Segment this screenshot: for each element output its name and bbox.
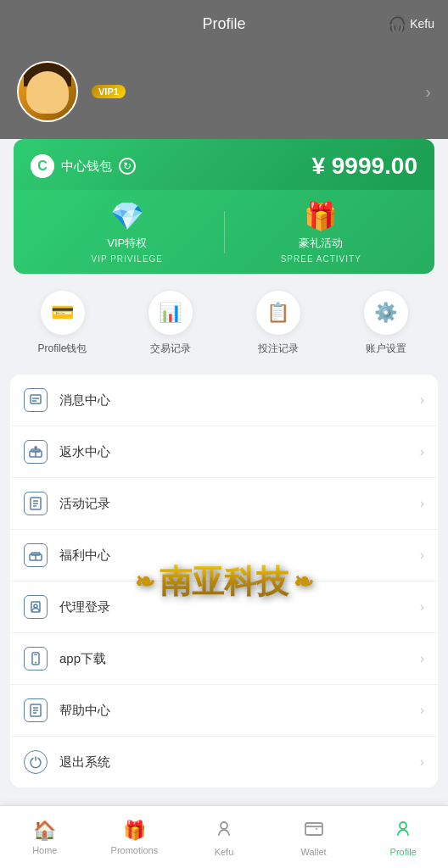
nav-promotions-label: Promotions bbox=[111, 845, 159, 855]
quick-nav-wallet-icon-wrap: 💳 bbox=[41, 291, 85, 335]
transactions-nav-icon: 📊 bbox=[159, 302, 182, 324]
quick-nav-transactions[interactable]: 📊 交易记录 bbox=[116, 291, 224, 356]
kefu-nav-icon bbox=[214, 818, 234, 843]
nav-profile-label: Profile bbox=[390, 847, 417, 857]
messages-arrow-icon: › bbox=[420, 392, 424, 408]
headphones-icon: 🎧 bbox=[388, 14, 406, 33]
menu-item-logout[interactable]: 退出系统 › bbox=[10, 737, 438, 787]
quick-nav-bets-label: 投注记录 bbox=[258, 342, 299, 356]
help-icon bbox=[24, 698, 48, 722]
gift-spree-icon: 🎁 bbox=[304, 200, 338, 232]
nav-profile[interactable]: Profile bbox=[358, 811, 448, 864]
bets-nav-icon: 📋 bbox=[266, 302, 289, 324]
menu-item-help[interactable]: 帮助中心 › bbox=[10, 685, 438, 737]
vip-spree-row: 💎 VIP特权 VIP PRIVILEGE 🎁 豪礼活动 SPREE ACTIV… bbox=[14, 190, 434, 274]
messages-icon bbox=[24, 388, 48, 412]
nav-promotions[interactable]: 🎁 Promotions bbox=[90, 813, 180, 862]
quick-nav-bets[interactable]: 📋 投注记录 bbox=[224, 291, 332, 356]
nav-home[interactable]: 🏠 Home bbox=[0, 813, 90, 862]
nav-wallet-label: Wallet bbox=[301, 847, 327, 857]
svg-point-24 bbox=[400, 822, 406, 829]
kefu-label: Kefu bbox=[410, 17, 434, 31]
wallet-refresh-button[interactable]: ↻ bbox=[119, 158, 136, 175]
quick-nav-bets-icon-wrap: 📋 bbox=[256, 291, 300, 335]
profile-arrow-icon[interactable]: › bbox=[425, 82, 431, 102]
nav-kefu-label: Kefu bbox=[215, 847, 234, 857]
quick-nav-settings-icon-wrap: ⚙️ bbox=[364, 291, 408, 335]
logout-icon bbox=[24, 750, 48, 774]
menu-item-agent-login[interactable]: 代理登录 › bbox=[10, 581, 438, 633]
profile-nav-icon bbox=[393, 818, 413, 843]
quick-nav-wallet[interactable]: 💳 Profile钱包 bbox=[8, 291, 116, 356]
quick-nav-transactions-label: 交易记录 bbox=[150, 342, 191, 356]
app-download-arrow-icon: › bbox=[420, 651, 424, 666]
wallet-icon-circle: C bbox=[31, 154, 54, 178]
avatar[interactable] bbox=[17, 61, 78, 122]
menu-item-app-download[interactable]: app下载 › bbox=[10, 633, 438, 685]
bottom-nav: 🏠 Home 🎁 Promotions Kefu Wallet bbox=[0, 805, 448, 868]
wallet-top: C 中心钱包 ↻ ¥ 9999.00 bbox=[31, 153, 417, 180]
activity-records-arrow-icon: › bbox=[420, 496, 424, 511]
svg-point-22 bbox=[221, 822, 227, 829]
spree-sub: SPREE ACTIVITY bbox=[281, 254, 361, 264]
quick-nav: 💳 Profile钱包 📊 交易记录 📋 投注记录 ⚙️ 账户设置 bbox=[0, 274, 448, 364]
header-title: Profile bbox=[202, 15, 245, 33]
quick-nav-settings-label: 账户设置 bbox=[366, 342, 406, 356]
diamond-icon: 💎 bbox=[110, 200, 144, 232]
svg-point-17 bbox=[35, 662, 36, 664]
wallet-label-row: C 中心钱包 ↻ bbox=[31, 154, 136, 178]
welfare-arrow-icon: › bbox=[420, 548, 424, 563]
quick-nav-wallet-label: Profile钱包 bbox=[37, 342, 87, 356]
agent-login-label: 代理登录 bbox=[59, 599, 408, 615]
vip-badge: VIP1 bbox=[92, 85, 126, 98]
wallet-card: C 中心钱包 ↻ ¥ 9999.00 bbox=[14, 139, 434, 190]
wallet-amount-value: ¥ 9999.00 bbox=[311, 153, 417, 179]
quick-nav-transactions-icon-wrap: 📊 bbox=[148, 291, 193, 335]
welfare-icon bbox=[24, 543, 48, 567]
app-download-icon bbox=[24, 647, 48, 670]
promotions-icon: 🎁 bbox=[123, 820, 146, 842]
main-content: VIP1 › C 中心钱包 ↻ ¥ 9999.00 💎 VIP特权 VIP PR… bbox=[0, 47, 448, 805]
logout-label: 退出系统 bbox=[59, 754, 408, 771]
menu-item-messages[interactable]: 消息中心 › bbox=[10, 375, 438, 426]
settings-nav-icon: ⚙️ bbox=[374, 302, 397, 324]
cashback-label: 返水中心 bbox=[59, 444, 408, 460]
vip-privilege-sub: VIP PRIVILEGE bbox=[91, 254, 163, 264]
kefu-button[interactable]: 🎧 Kefu bbox=[388, 14, 434, 33]
menu-list: ❧ 南亚科技 ❧ 消息中心 › bbox=[10, 375, 438, 787]
spree-title: 豪礼活动 bbox=[299, 236, 343, 251]
nav-home-label: Home bbox=[32, 845, 57, 855]
activity-records-icon bbox=[24, 492, 48, 515]
spree-activity-item[interactable]: 🎁 豪礼活动 SPREE ACTIVITY bbox=[225, 200, 418, 264]
wallet-nav-icon: 💳 bbox=[51, 302, 74, 324]
wallet-label-text: 中心钱包 bbox=[61, 159, 112, 175]
logout-arrow-icon: › bbox=[420, 754, 424, 770]
cashback-arrow-icon: › bbox=[420, 444, 424, 459]
activity-records-label: 活动记录 bbox=[59, 496, 408, 512]
agent-login-icon bbox=[24, 595, 48, 619]
menu-item-welfare[interactable]: 福利中心 › bbox=[10, 530, 438, 581]
app-download-label: app下载 bbox=[59, 651, 408, 667]
menu-item-cashback[interactable]: 返水中心 › bbox=[10, 426, 438, 478]
quick-nav-settings[interactable]: ⚙️ 账户设置 bbox=[332, 291, 440, 356]
menu-item-activity-records[interactable]: 活动记录 › bbox=[10, 478, 438, 530]
help-label: 帮助中心 bbox=[59, 703, 408, 719]
cashback-icon bbox=[24, 440, 48, 464]
nav-kefu[interactable]: Kefu bbox=[179, 811, 269, 864]
vip-privilege-title: VIP特权 bbox=[107, 236, 147, 251]
profile-top: VIP1 › bbox=[0, 47, 448, 139]
agent-login-arrow-icon: › bbox=[420, 599, 424, 615]
svg-point-14 bbox=[34, 604, 37, 608]
svg-rect-23 bbox=[305, 823, 322, 835]
wallet-amount: ¥ 9999.00 bbox=[311, 153, 417, 180]
header: Profile 🎧 Kefu bbox=[0, 0, 448, 47]
svg-rect-0 bbox=[31, 395, 41, 403]
welfare-label: 福利中心 bbox=[59, 548, 408, 564]
home-icon: 🏠 bbox=[33, 820, 56, 842]
wallet-c-icon: C bbox=[37, 159, 48, 174]
profile-info: VIP1 bbox=[92, 85, 126, 98]
vip-privilege-item[interactable]: 💎 VIP特权 VIP PRIVILEGE bbox=[31, 200, 224, 264]
nav-wallet[interactable]: Wallet bbox=[269, 811, 359, 864]
wallet-bottom-icon bbox=[304, 818, 324, 843]
help-arrow-icon: › bbox=[420, 703, 424, 718]
